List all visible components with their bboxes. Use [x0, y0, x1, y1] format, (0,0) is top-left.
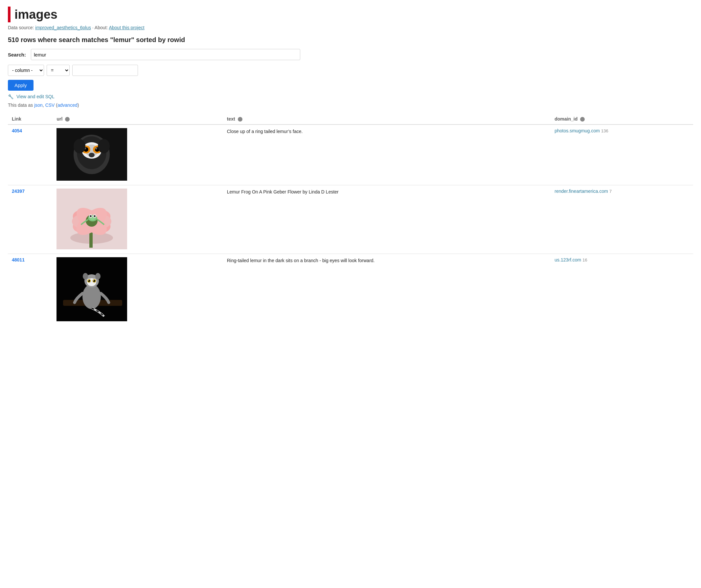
text-col-settings-icon[interactable]	[238, 117, 242, 122]
table-header-row: Link url text domain_id	[8, 114, 693, 125]
column-select[interactable]: - column -	[8, 65, 44, 76]
svg-point-13	[98, 139, 110, 153]
search-row: Search:	[8, 49, 693, 60]
cell-link: 4054	[8, 125, 52, 185]
about-label: About:	[94, 25, 108, 30]
table-row: 48011 Ring-tailed lemur in the dark sits…	[8, 254, 693, 326]
search-label: Search:	[8, 52, 28, 57]
datasource-line: Data source: improved_aesthetics_6plus ·…	[8, 25, 693, 30]
sql-link[interactable]: 🔧 View and edit SQL	[8, 94, 693, 99]
svg-point-40	[88, 280, 89, 281]
cell-text: Close up of a ring tailed lemur’s face.	[223, 125, 551, 185]
wrench-icon: 🔧	[8, 94, 13, 99]
filter-row: - column - = != > <	[8, 65, 693, 76]
col-header-url: url	[52, 114, 223, 125]
cell-text: Lemur Frog On A Pink Geber Flower by Lin…	[223, 185, 551, 254]
page-header: images	[8, 7, 693, 22]
datasource-label: Data source:	[8, 25, 34, 30]
row-link[interactable]: 24397	[12, 189, 25, 194]
table-row: 4054 Close up of a ring tailed lemur’s f…	[8, 125, 693, 185]
cell-domain: us.123rf.com16	[550, 254, 693, 326]
domain-link[interactable]: photos.smugmug.com	[554, 128, 600, 133]
page-title: images	[14, 8, 57, 22]
svg-point-42	[83, 273, 88, 279]
domain-link[interactable]: render.fineartamerica.com	[554, 189, 608, 194]
json-export-link[interactable]: json	[34, 103, 43, 108]
domain-count: 16	[582, 257, 587, 262]
export-line: This data as json, CSV (advanced)	[8, 103, 693, 108]
about-link[interactable]: About this project	[109, 25, 144, 30]
svg-point-11	[89, 153, 94, 157]
col-header-link: Link	[8, 114, 52, 125]
cell-text: Ring-tailed lemur in the dark sits on a …	[223, 254, 551, 326]
svg-point-31	[82, 284, 101, 309]
row-link[interactable]: 48011	[12, 257, 25, 262]
svg-point-12	[73, 139, 85, 153]
operator-select[interactable]: = != > <	[47, 65, 70, 76]
svg-point-43	[95, 273, 100, 279]
cell-url	[52, 185, 223, 254]
svg-point-27	[90, 215, 92, 217]
row-link[interactable]: 4054	[12, 128, 22, 133]
search-input[interactable]	[31, 49, 300, 60]
advanced-export-link[interactable]: advanced	[57, 103, 77, 108]
col-header-domain-id: domain_id	[550, 114, 693, 125]
results-table: Link url text domain_id 4054	[8, 114, 693, 326]
filter-value-input[interactable]	[72, 65, 138, 76]
svg-point-41	[93, 280, 94, 281]
url-col-settings-icon[interactable]	[65, 117, 70, 122]
col-header-text: text	[223, 114, 551, 125]
logo-bar	[8, 7, 10, 22]
domain-count: 136	[601, 129, 608, 133]
cell-link: 24397	[8, 185, 52, 254]
domain-count: 7	[609, 189, 612, 194]
cell-url	[52, 125, 223, 185]
apply-button[interactable]: Apply	[8, 80, 33, 91]
domain-col-settings-icon[interactable]	[580, 117, 585, 122]
svg-point-10	[95, 148, 97, 150]
datasource-link[interactable]: improved_aesthetics_6plus	[35, 25, 91, 30]
row-count-heading: 510 rows where search matches "lemur" so…	[8, 36, 693, 44]
cell-domain: photos.smugmug.com136	[550, 125, 693, 185]
table-row: 24397 Lemur Frog On A Pink Geber Flower …	[8, 185, 693, 254]
csv-export-link[interactable]: CSV	[45, 103, 55, 108]
svg-point-28	[93, 215, 95, 217]
domain-link[interactable]: us.123rf.com	[554, 257, 581, 262]
cell-url	[52, 254, 223, 326]
cell-link: 48011	[8, 254, 52, 326]
cell-domain: render.fineartamerica.com7	[550, 185, 693, 254]
